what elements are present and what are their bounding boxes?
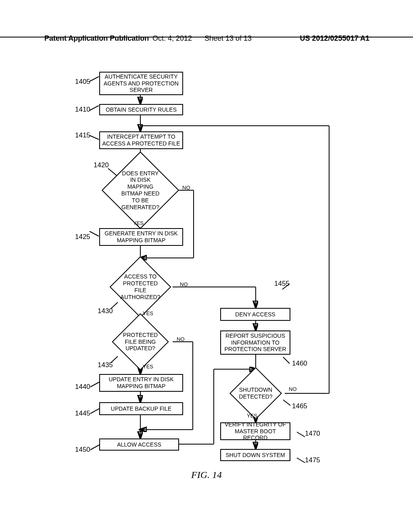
sheet-number: Sheet 13 of 13 bbox=[204, 34, 252, 43]
ref-1465: 1465 bbox=[292, 402, 307, 410]
flow-1465-yes: YES bbox=[247, 413, 257, 419]
step-generate-entry: GENERATE ENTRY IN DISK MAPPING BITMAP bbox=[99, 228, 183, 246]
ref-1470: 1470 bbox=[305, 430, 320, 438]
svg-line-45 bbox=[297, 432, 305, 437]
ref-1430: 1430 bbox=[98, 307, 113, 315]
flow-1420-yes: YES bbox=[133, 220, 144, 226]
step-update-backup: UPDATE BACKUP FILE bbox=[99, 402, 183, 415]
decision-access-authorized: ACCESS TO PROTECTED FILE AUTHORIZED? bbox=[119, 265, 162, 309]
ref-1420: 1420 bbox=[94, 161, 109, 169]
step-shutdown-system: SHUT DOWN SYSTEM bbox=[220, 449, 290, 461]
step-verify-mbr: VERIFY INTEGRITY OF MASTER BOOT RECORD bbox=[220, 422, 290, 440]
ref-1410: 1410 bbox=[75, 106, 90, 114]
flow-1430-yes: YES bbox=[143, 310, 153, 316]
svg-line-34 bbox=[90, 135, 99, 139]
ref-1405: 1405 bbox=[75, 78, 90, 86]
svg-line-41 bbox=[90, 445, 99, 450]
step-authenticate: AUTHENTICATE SECURITY AGENTS AND PROTECT… bbox=[99, 72, 183, 95]
step-obtain-rules: OBTAIN SECURITY RULES bbox=[99, 104, 183, 115]
pub-type: Patent Application Publication bbox=[44, 34, 149, 43]
flow-1420-no: NO bbox=[182, 185, 190, 191]
step-update-entry: UPDATE ENTRY IN DISK MAPPING BITMAP bbox=[99, 374, 183, 392]
svg-line-44 bbox=[283, 400, 290, 405]
svg-line-40 bbox=[90, 409, 99, 414]
svg-line-32 bbox=[90, 77, 99, 81]
svg-line-46 bbox=[297, 458, 305, 463]
svg-line-39 bbox=[90, 382, 99, 387]
ref-1455: 1455 bbox=[274, 280, 290, 288]
flow-1430-no: NO bbox=[180, 281, 188, 287]
step-intercept: INTERCEPT ATTEMPT TO ACCESS A PROTECTED … bbox=[99, 131, 183, 149]
svg-line-36 bbox=[90, 231, 99, 236]
flow-connectors bbox=[0, 0, 413, 532]
svg-line-33 bbox=[90, 106, 99, 110]
figure-title: FIG. 14 bbox=[0, 470, 413, 480]
pub-number: US 2012/0255017 A1 bbox=[300, 34, 369, 43]
page-header: Patent Application Publication Oct. 4, 2… bbox=[0, 34, 413, 37]
ref-1445: 1445 bbox=[75, 409, 90, 418]
ref-1460: 1460 bbox=[292, 360, 307, 368]
flow-1435-no: NO bbox=[177, 336, 185, 342]
ref-1425: 1425 bbox=[75, 233, 90, 241]
ref-1450: 1450 bbox=[75, 446, 90, 454]
flow-1435-yes: YES bbox=[143, 364, 153, 370]
ref-1440: 1440 bbox=[75, 383, 90, 391]
ref-1415: 1415 bbox=[75, 131, 90, 139]
step-deny-access: DENY ACCESS bbox=[220, 308, 290, 321]
flow-1465-no: NO bbox=[289, 386, 297, 392]
ref-1435: 1435 bbox=[98, 361, 113, 369]
step-allow-access: ALLOW ACCESS bbox=[99, 438, 179, 451]
svg-line-43 bbox=[283, 357, 290, 364]
decision-file-updated: PROTECTED FILE BEING UPDATED? bbox=[120, 322, 161, 362]
decision-disk-mapping-needed: DOES ENTRY IN DISK MAPPING BITMAP NEED T… bbox=[113, 163, 168, 218]
pub-date: Oct. 4, 2012 bbox=[152, 34, 192, 43]
ref-1475: 1475 bbox=[305, 456, 320, 464]
step-report-suspicious: REPORT SUSPICIOUS INFORMATION TO PROTECT… bbox=[220, 330, 290, 355]
decision-shutdown-detected: SHUTDOWN DETECTED? bbox=[237, 375, 274, 412]
